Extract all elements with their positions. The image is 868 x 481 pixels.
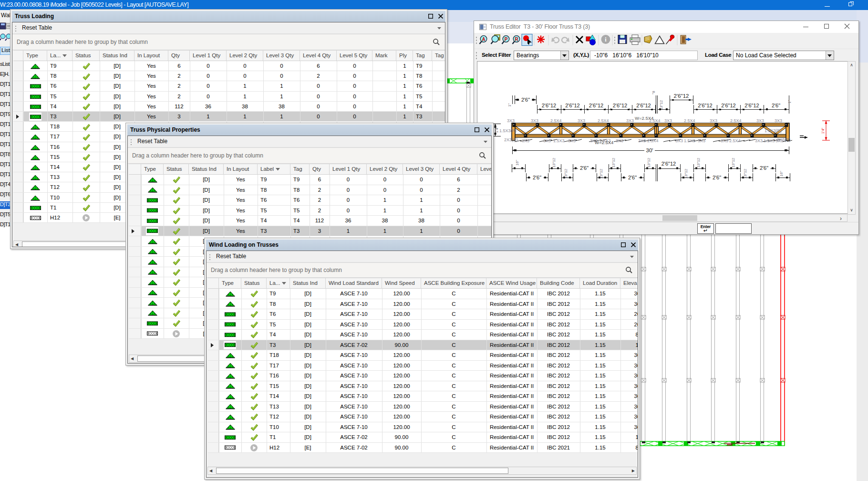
svg-text:2'6": 2'6" (760, 165, 768, 171)
svg-text:2'6"12: 2'6"12 (744, 103, 759, 108)
svg-text:30': 30' (646, 147, 653, 153)
svg-text:2'6"12: 2'6"12 (589, 103, 603, 108)
svg-text:1.5X3: 1.5X3 (684, 138, 695, 143)
svg-text:1'4": 1'4" (821, 127, 825, 134)
svg-text:3X3: 3X3 (756, 118, 764, 123)
svg-text:13"12: 13"12 (696, 157, 701, 167)
svg-text:13"12: 13"12 (552, 157, 556, 167)
svg-text:16": 16" (515, 160, 519, 166)
svg-text:1.5X3: 1.5X3 (764, 138, 775, 143)
svg-text:2.5X4: 2.5X4 (730, 118, 742, 123)
svg-text:3X3: 3X3 (755, 138, 763, 143)
svg-text:2'6"12: 2'6"12 (542, 103, 556, 108)
svg-text:3X3: 3X3 (578, 118, 585, 123)
svg-text:W=2.5X4: W=2.5X4 (595, 140, 613, 145)
svg-text:2.5X4: 2.5X4 (684, 118, 695, 123)
svg-text:W=2.5X4: W=2.5X4 (635, 115, 653, 121)
svg-text:2'6"12: 2'6"12 (565, 103, 579, 108)
svg-text:2'6": 2'6" (521, 97, 530, 103)
svg-text:3X3: 3X3 (664, 118, 672, 123)
svg-text:2'6"12: 2'6"12 (661, 161, 676, 167)
svg-text:3X3: 3X3 (568, 138, 576, 143)
svg-text:3X3: 3X3 (531, 118, 538, 123)
svg-text:2'6"12: 2'6"12 (636, 103, 651, 108)
svg-text:2X3(R): 2X3(R) (777, 137, 791, 142)
svg-text:3X3: 3X3 (543, 138, 551, 143)
svg-text:13"12: 13"12 (611, 157, 616, 167)
svg-text:3X3: 3X3 (638, 138, 646, 143)
svg-text:3X3: 3X3 (616, 138, 623, 143)
svg-text:13"12: 13"12 (599, 168, 603, 178)
svg-text:2.5X4: 2.5X4 (729, 138, 741, 143)
svg-text:1.5X3(R): 1.5X3(R) (499, 128, 517, 133)
svg-text:P: P (505, 37, 508, 42)
svg-text:1.5X3(R): 1.5X3(R) (765, 128, 782, 133)
svg-text:2.5X4: 2.5X4 (647, 138, 659, 143)
svg-text:3X3: 3X3 (522, 138, 529, 143)
svg-text:1'4": 1'4" (495, 126, 499, 133)
svg-text:3X3: 3X3 (507, 118, 515, 123)
svg-text:2'6": 2'6" (580, 165, 589, 171)
svg-text:13"12: 13"12 (647, 157, 651, 167)
svg-text:A: A (482, 37, 485, 42)
svg-text:1": 1" (787, 100, 792, 103)
svg-text:3X3: 3X3 (698, 138, 705, 143)
svg-text:2'6"12: 2'6"12 (698, 103, 712, 108)
svg-text:16": 16" (779, 171, 784, 177)
svg-text:"8: "8 (651, 91, 656, 94)
svg-text:R: R (515, 37, 518, 42)
svg-text:3X3: 3X3 (626, 118, 634, 123)
svg-text:2'6": 2'6" (772, 103, 780, 108)
svg-text:1.5X3: 1.5X3 (553, 138, 565, 143)
svg-text:2.5X4: 2.5X4 (550, 118, 562, 123)
svg-text:2'6"12: 2'6"12 (613, 103, 627, 108)
svg-text:2'6": 2'6" (533, 175, 541, 180)
svg-text:13"12: 13"12 (743, 168, 747, 178)
svg-text:2'6"12: 2'6"12 (674, 93, 689, 99)
svg-text:3X3: 3X3 (721, 138, 728, 143)
svg-text:1": 1" (507, 103, 512, 106)
svg-text:2'6": 2'6" (713, 175, 721, 180)
svg-text:2X3(R): 2X3(R) (504, 137, 518, 142)
svg-text:13"12: 13"12 (731, 157, 735, 167)
svg-text:3X3: 3X3 (675, 138, 683, 143)
svg-text:3X3: 3X3 (775, 118, 782, 123)
svg-text:2.5X4: 2.5X4 (598, 118, 609, 123)
svg-text:13"12: 13"12 (684, 168, 688, 178)
svg-text:3X3: 3X3 (710, 118, 717, 123)
svg-text:2'6": 2'6" (628, 175, 637, 180)
svg-text:2'6"12: 2'6"12 (721, 103, 735, 108)
svg-text:13"12: 13"12 (564, 168, 568, 178)
